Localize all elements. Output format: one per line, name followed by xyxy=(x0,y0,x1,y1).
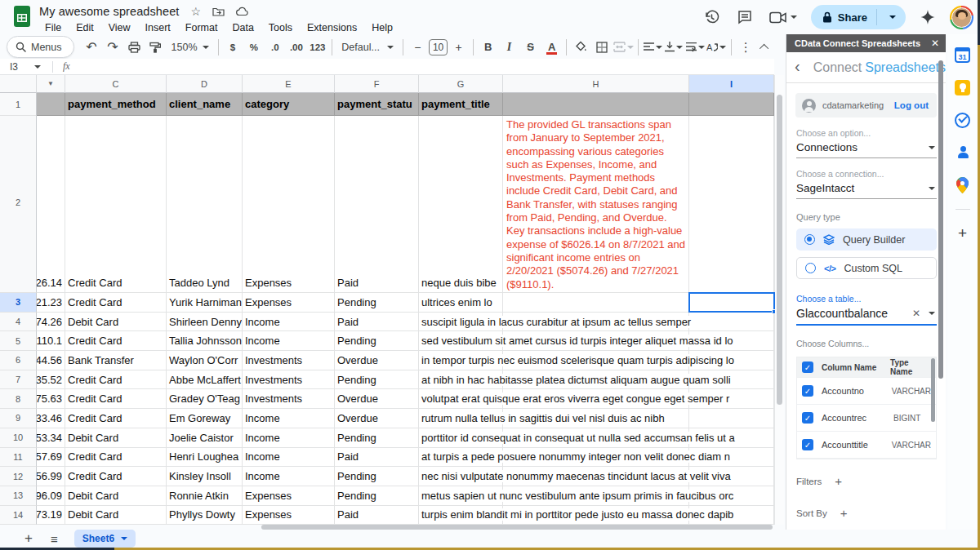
selected-cell-I3[interactable] xyxy=(688,292,775,313)
video-call-icon[interactable] xyxy=(767,7,800,28)
column-header-b[interactable]: ▼ xyxy=(37,75,65,93)
cell-client-name[interactable]: Ronnie Atkin xyxy=(167,486,243,506)
cell-payment-method[interactable]: Credit Card xyxy=(65,389,167,409)
cell-payment-title[interactable]: at nibh in hac habitasse platea dictumst… xyxy=(419,370,503,390)
column-header-f[interactable]: F xyxy=(335,75,419,93)
query-builder-option[interactable]: Query Builder xyxy=(796,228,937,251)
logout-link[interactable]: Log out xyxy=(894,100,929,110)
menus-search-button[interactable]: Menus xyxy=(7,36,74,58)
cell-payment-status[interactable]: Pending xyxy=(335,331,419,351)
share-caret-icon[interactable] xyxy=(889,16,896,19)
header-cell-e[interactable]: category xyxy=(243,93,335,116)
get-addons-button[interactable]: + xyxy=(958,224,967,242)
cell-payment-title[interactable]: metus sapien ut nunc vestibulum ante ips… xyxy=(419,486,503,506)
decrease-font-size-button[interactable]: − xyxy=(408,38,428,57)
cell-amount[interactable]: 56.99 xyxy=(37,467,65,486)
number-format-button[interactable]: 123 xyxy=(307,38,327,57)
paint-format-button[interactable] xyxy=(145,38,166,57)
cell-payment-method[interactable]: Credit Card xyxy=(65,293,167,313)
cell-category[interactable]: Income xyxy=(243,467,335,486)
cell-amount[interactable]: 21.23 xyxy=(37,293,65,313)
column-header-i[interactable]: I xyxy=(689,75,774,93)
cell-payment-status[interactable]: Pending xyxy=(335,428,419,448)
row-header-9[interactable]: 9 xyxy=(0,409,37,428)
cell-payment-title[interactable]: in tempor turpis nec euismod scelerisque… xyxy=(419,351,503,370)
gemini-sparkle-icon[interactable] xyxy=(917,7,938,28)
add-sheet-button[interactable]: + xyxy=(24,530,33,547)
cell-client-name[interactable]: Em Goreway xyxy=(167,409,243,428)
format-currency-button[interactable]: $ xyxy=(222,38,243,57)
increase-decimals-button[interactable]: .00 xyxy=(286,38,306,57)
vertical-scrollbar[interactable] xyxy=(774,75,784,525)
menu-item-tools[interactable]: Tools xyxy=(263,21,298,34)
cell-category[interactable]: Income xyxy=(243,448,335,468)
cell-client-name[interactable]: Taddeo Lynd xyxy=(167,116,243,293)
cell-amount[interactable]: 5074.26 xyxy=(37,313,65,332)
cell-payment-status[interactable]: Paid xyxy=(335,506,419,525)
text-wrap-button[interactable] xyxy=(685,38,706,57)
row-header-11[interactable]: 11 xyxy=(0,448,37,468)
menu-item-data[interactable]: Data xyxy=(226,21,259,34)
menu-item-view[interactable]: View xyxy=(103,21,136,34)
cell-payment-status[interactable]: Overdue xyxy=(335,351,419,370)
star-icon[interactable]: ☆ xyxy=(190,6,201,17)
cell-payment-method[interactable]: Debit Card xyxy=(65,428,167,448)
font-select[interactable]: Defaul... xyxy=(336,38,399,57)
close-icon[interactable]: ✕ xyxy=(931,38,939,49)
radio-unchecked-icon[interactable] xyxy=(805,263,816,273)
move-folder-icon[interactable] xyxy=(212,7,225,16)
cell-category[interactable]: Investments xyxy=(243,351,335,370)
fill-color-button[interactable] xyxy=(571,38,591,57)
row-header-12[interactable]: 12 xyxy=(0,467,37,486)
maps-icon[interactable] xyxy=(954,176,972,194)
header-cell-i[interactable] xyxy=(689,93,774,116)
cell-client-name[interactable]: Joelie Caistor xyxy=(167,428,243,448)
cell-client-name[interactable]: Kinsley Insoll xyxy=(167,467,243,486)
cell-category[interactable]: Expenses xyxy=(243,116,335,293)
cell-h[interactable]: The provided GL transactions span from J… xyxy=(503,116,689,293)
all-sheets-button[interactable]: ≡ xyxy=(51,532,58,546)
cell-client-name[interactable]: Shirleen Denny xyxy=(167,313,243,332)
cell-payment-status[interactable]: Pending xyxy=(335,486,419,506)
version-history-icon[interactable] xyxy=(702,7,723,28)
header-cell-d[interactable]: client_name xyxy=(167,93,243,116)
checkbox-checked-icon[interactable]: ✓ xyxy=(802,412,813,424)
header-cell-g[interactable]: payment_title xyxy=(419,93,503,116)
header-cell-f[interactable]: payment_statu xyxy=(335,93,419,116)
decrease-decimals-button[interactable]: .0 xyxy=(265,38,285,57)
row-header-1[interactable]: 1 xyxy=(0,93,37,116)
bold-button[interactable]: B xyxy=(478,38,498,57)
custom-sql-option[interactable]: </> Custom SQL xyxy=(796,257,937,279)
fill-handle[interactable] xyxy=(772,309,775,314)
column-header-e[interactable]: E xyxy=(243,75,335,93)
back-icon[interactable]: ‹ xyxy=(795,58,800,74)
cell-payment-method[interactable]: Credit Card xyxy=(65,467,167,486)
sheets-logo[interactable] xyxy=(11,6,33,27)
filter-caret-icon[interactable]: ▼ xyxy=(47,80,54,87)
select-all-corner[interactable] xyxy=(0,75,37,93)
column-header-d[interactable]: D xyxy=(167,75,243,93)
italic-button[interactable]: I xyxy=(499,38,519,57)
row-header-2[interactable]: 2 xyxy=(0,116,37,293)
cell-payment-title[interactable]: nec nisi vulputate nonummy maecenas tinc… xyxy=(419,467,503,486)
cell-h[interactable] xyxy=(503,293,689,313)
cell-payment-title[interactable]: porttitor id consequat in consequat ut n… xyxy=(419,428,503,448)
clear-table-icon[interactable]: ✕ xyxy=(912,308,920,319)
row-header-8[interactable]: 8 xyxy=(0,389,37,409)
cell-amount[interactable]: 57.69 xyxy=(37,448,65,468)
cell-category[interactable]: Expenses xyxy=(243,293,335,313)
cell-payment-status[interactable]: Overdue xyxy=(335,409,419,428)
cell-i[interactable] xyxy=(689,313,774,332)
cell-category[interactable]: Investments xyxy=(243,370,335,390)
calendar-icon[interactable]: 31 xyxy=(954,46,972,64)
cell-amount[interactable]: 44.56 xyxy=(37,351,65,370)
columns-scrollbar[interactable] xyxy=(931,358,935,422)
more-options-button[interactable]: ⋮ xyxy=(736,38,756,57)
cell-category[interactable]: Income xyxy=(243,409,335,428)
menu-item-insert[interactable]: Insert xyxy=(140,21,176,34)
cell-amount[interactable]: 53.34 xyxy=(37,428,65,448)
sheet-tab-sheet6[interactable]: Sheet6 xyxy=(74,530,136,548)
cell-amount[interactable]: 35.52 xyxy=(37,370,65,390)
print-button[interactable] xyxy=(124,38,145,57)
add-filter-button[interactable]: + xyxy=(835,474,842,488)
